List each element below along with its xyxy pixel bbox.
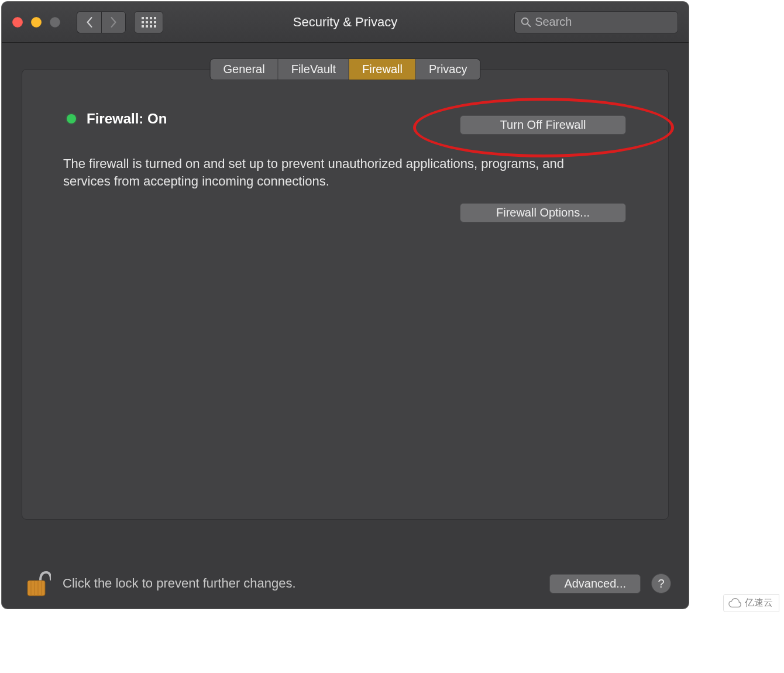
svg-rect-2	[27, 581, 45, 596]
lock-hint-text: Click the lock to prevent further change…	[63, 576, 296, 591]
cloud-icon	[728, 598, 741, 609]
status-indicator-icon	[67, 114, 76, 123]
tab-bar: General FileVault Firewall Privacy	[211, 59, 480, 80]
content-pane: General FileVault Firewall Privacy Firew…	[22, 69, 669, 520]
show-all-button[interactable]	[134, 11, 163, 33]
tab-privacy[interactable]: Privacy	[416, 59, 480, 80]
search-icon	[521, 16, 531, 28]
footer: Click the lock to prevent further change…	[25, 569, 671, 598]
firewall-status-label: Firewall: On	[87, 111, 167, 127]
watermark: 亿速云	[723, 594, 779, 612]
nav-buttons	[77, 11, 126, 33]
zoom-window-button[interactable]	[50, 17, 60, 28]
firewall-description: The firewall is turned on and set up to …	[63, 155, 613, 190]
preferences-window: Security & Privacy General FileVault Fir…	[2, 2, 689, 609]
firewall-options-button[interactable]: Firewall Options...	[460, 203, 626, 222]
turn-off-firewall-button[interactable]: Turn Off Firewall	[460, 115, 626, 135]
window-title: Security & Privacy	[293, 15, 398, 30]
window-controls	[12, 17, 60, 28]
unlocked-lock-icon	[25, 569, 51, 598]
lock-button[interactable]	[25, 569, 51, 598]
tab-filevault[interactable]: FileVault	[278, 59, 349, 80]
titlebar: Security & Privacy	[2, 2, 689, 43]
help-button[interactable]: ?	[651, 574, 671, 593]
search-input[interactable]	[535, 15, 672, 29]
tab-general[interactable]: General	[211, 59, 278, 80]
close-window-button[interactable]	[12, 17, 23, 28]
grid-icon	[142, 17, 156, 28]
svg-line-1	[528, 23, 531, 26]
tab-firewall[interactable]: Firewall	[349, 59, 416, 80]
search-field[interactable]	[514, 11, 678, 33]
advanced-button[interactable]: Advanced...	[549, 574, 641, 593]
watermark-text: 亿速云	[745, 597, 773, 609]
back-button[interactable]	[77, 11, 101, 33]
chevron-right-icon	[109, 17, 118, 28]
forward-button[interactable]	[101, 11, 126, 33]
chevron-left-icon	[85, 17, 94, 28]
minimize-window-button[interactable]	[31, 17, 42, 28]
svg-point-0	[522, 18, 528, 24]
